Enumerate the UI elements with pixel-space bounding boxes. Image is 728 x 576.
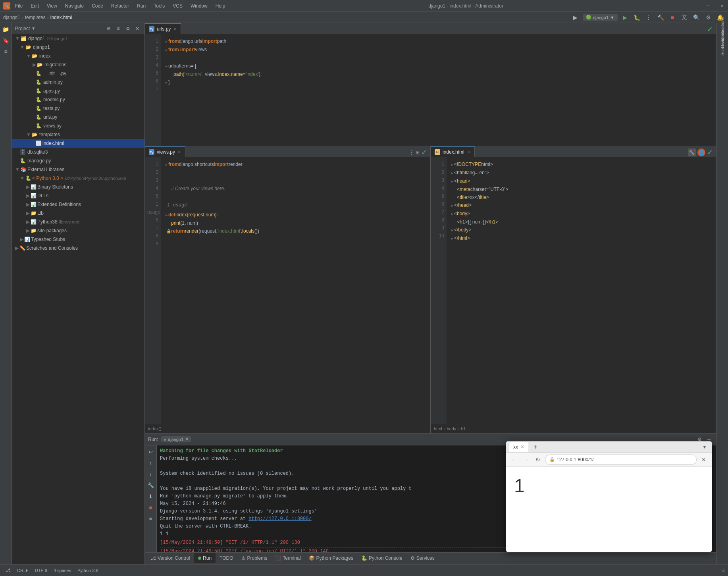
views-tab-split[interactable]: ⊞	[416, 150, 420, 155]
sidebar-icon-bookmarks[interactable]: 🔖	[1, 36, 11, 45]
run-down-btn[interactable]: ↓	[146, 469, 156, 479]
tab-version-control[interactable]: ⎇ Version Control	[146, 553, 194, 563]
browser-down-btn[interactable]: ▼	[701, 443, 709, 451]
tree-item-urls-py[interactable]: 🐍 urls.py	[12, 113, 144, 121]
search-button[interactable]: 🔍	[691, 13, 701, 22]
fold-icon-4[interactable]: ▸	[166, 62, 168, 70]
run-wrench-btn[interactable]: 🔧	[146, 480, 156, 490]
tab-problems[interactable]: ⚠ Problems	[237, 553, 272, 563]
panel-options-btn[interactable]: ⚙	[124, 25, 132, 33]
tab-views-py[interactable]: Py views.py ✕	[145, 146, 185, 157]
tab-todo[interactable]: TODO	[216, 553, 237, 563]
status-vcs[interactable]: ⎇	[3, 564, 13, 576]
fold-icon-6[interactable]: ▸	[166, 79, 168, 87]
run-button[interactable]: ▶	[620, 13, 630, 22]
menu-edit[interactable]: Edit	[29, 2, 40, 10]
more-button[interactable]: ⋮	[644, 13, 653, 22]
browser-refresh-btn[interactable]: ↻	[533, 455, 543, 464]
menu-tools[interactable]: Tools	[152, 2, 166, 10]
build-button[interactable]: 🔨	[656, 13, 665, 22]
urls-code-content[interactable]: ▸ from django.urls import path ▸ from . …	[161, 34, 716, 146]
tree-item-ext-defs[interactable]: ▶ 📊 Extended Definitions	[12, 200, 144, 209]
browser-url-bar[interactable]: 🔒 127.0.0.1:8000/1/	[545, 455, 697, 465]
tree-item-manage-py[interactable]: 🐍 manage.py	[12, 156, 144, 165]
tree-item-migrations[interactable]: ▶ 📂 migrations	[12, 60, 144, 69]
views-tab-close[interactable]: ✕	[177, 150, 181, 155]
panel-locate-btn[interactable]: ⊕	[105, 25, 113, 33]
tree-item-tests-py[interactable]: 🐍 tests.py	[12, 104, 144, 113]
tree-item-models-py[interactable]: 🐍 models.py	[12, 95, 144, 104]
maximize-button[interactable]: □	[712, 3, 718, 9]
tab-terminal[interactable]: ⬛ Terminal	[271, 553, 304, 563]
stop-button[interactable]: ■	[668, 13, 677, 22]
run-config-close[interactable]: ✕	[185, 437, 189, 442]
tree-item-views-py[interactable]: 🐍 views.py	[12, 121, 144, 130]
menu-file[interactable]: File	[13, 2, 24, 10]
tree-item-index[interactable]: ▼ 📂 index	[12, 52, 144, 60]
browser-forward-btn[interactable]: →	[521, 455, 531, 464]
translate-button[interactable]: 文	[680, 13, 689, 22]
tree-item-index-html[interactable]: ⬜ index.html	[12, 139, 144, 148]
tree-item-scratches[interactable]: ▶ ✏️ Scratches and Consoles	[12, 244, 144, 252]
dev-server-link[interactable]: http://127.0.0.1:8000/	[248, 516, 311, 522]
browser-tab-close[interactable]: ✕	[520, 444, 524, 450]
panel-close-btn[interactable]: ✕	[133, 25, 141, 33]
run-down2-btn[interactable]: ⬇	[146, 491, 156, 501]
views-tab-menu[interactable]: ⋮	[409, 150, 414, 155]
urls-tab-close[interactable]: ✕	[173, 27, 177, 32]
breadcrumb-project[interactable]: django1	[3, 15, 20, 20]
tab-run[interactable]: Run	[194, 553, 216, 563]
status-crlf[interactable]: CRLF	[15, 564, 31, 576]
tree-item-ext-libs[interactable]: ▼ 📚 External Libraries	[12, 165, 144, 174]
tree-item-typeshed[interactable]: ▶ 📊 Typeshed Stubs	[12, 235, 144, 244]
fold-icon-1[interactable]: ▸	[166, 38, 168, 46]
tree-item-lib[interactable]: ▶ 📁 Lib	[12, 209, 144, 218]
browser-add-tab[interactable]: +	[531, 442, 540, 452]
status-python-version[interactable]: Python 3.8	[75, 564, 101, 576]
menu-refactor[interactable]: Refactor	[110, 2, 131, 10]
close-button[interactable]: ✕	[719, 3, 725, 9]
menu-vcs[interactable]: VCS	[171, 2, 184, 10]
status-spaces[interactable]: 4 spaces	[51, 564, 73, 576]
settings-button[interactable]: ⚙	[703, 13, 713, 22]
debug-button[interactable]: 🐛	[632, 13, 641, 22]
menu-help[interactable]: Help	[214, 2, 227, 10]
breadcrumb-folder[interactable]: templates	[25, 15, 46, 20]
browser-back-btn[interactable]: ←	[509, 455, 519, 464]
menu-view[interactable]: View	[45, 2, 59, 10]
tree-item-python38-lib[interactable]: ▶ 📊 Python38 library.root	[12, 218, 144, 226]
tree-item-django1-root[interactable]: ▼ 🗂️ django1 D:\django1	[12, 34, 144, 43]
tab-urls-py[interactable]: Py urls.py ✕	[145, 23, 181, 34]
menu-navigate[interactable]: Navigate	[64, 2, 85, 10]
tree-item-db-sqlite[interactable]: 🗄️ db.sqlite3	[12, 148, 144, 156]
menu-run[interactable]: Run	[135, 2, 147, 10]
status-encoding[interactable]: UTF-8	[33, 564, 50, 576]
views-code-content[interactable]: ▸ from django.shortcuts import render # …	[161, 157, 430, 424]
tree-item-templates[interactable]: ▼ 📂 templates	[12, 130, 144, 139]
run-sort-btn[interactable]: ≡	[146, 514, 156, 523]
breadcrumb-file[interactable]: index.html	[50, 15, 72, 20]
tab-python-console[interactable]: 🐍 Python Console	[357, 553, 406, 563]
tree-item-site-packages[interactable]: ▶ 📁 site-packages	[12, 226, 144, 235]
index-code-content[interactable]: ▸ <!DOCTYPE html> ▸ <html lang="en"> ▸ <…	[447, 157, 716, 424]
run-up-btn[interactable]: ↑	[146, 458, 156, 468]
run-config-selector[interactable]: ▶	[571, 13, 580, 22]
index-browser-btn[interactable]: 🌐	[697, 148, 705, 156]
rs-scview[interactable]: SciView	[717, 44, 728, 52]
minimize-button[interactable]: ─	[705, 3, 711, 9]
fold-icon-2[interactable]: ▸	[166, 46, 168, 54]
tree-item-apps-py[interactable]: 🐍 apps.py	[12, 87, 144, 95]
tree-item-admin-py[interactable]: 🐍 admin.py	[12, 78, 144, 87]
browser-tab-xx[interactable]: xx ✕	[509, 442, 528, 452]
tree-item-init-py[interactable]: 🐍 __init__.py	[12, 69, 144, 78]
index-inspect-btn[interactable]: 🔧	[688, 148, 696, 156]
sidebar-icon-project[interactable]: 📁	[1, 25, 11, 34]
index-tab-close[interactable]: ✕	[467, 150, 470, 155]
tree-item-python38[interactable]: ▼ 🐍 < Python 3.8 > D:\Python\Python38\py…	[12, 174, 144, 183]
run-rerun-btn[interactable]: ↩	[146, 447, 156, 457]
tab-python-packages[interactable]: 📦 Python Packages	[305, 553, 357, 563]
run-stop-btn[interactable]: ■	[146, 503, 156, 512]
tab-index-html[interactable]: H index.html ✕	[431, 146, 475, 157]
tab-services[interactable]: ⚙ Services	[406, 553, 439, 563]
tree-item-binary-skeletons[interactable]: ▶ 📊 Binary Skeletons	[12, 183, 144, 191]
